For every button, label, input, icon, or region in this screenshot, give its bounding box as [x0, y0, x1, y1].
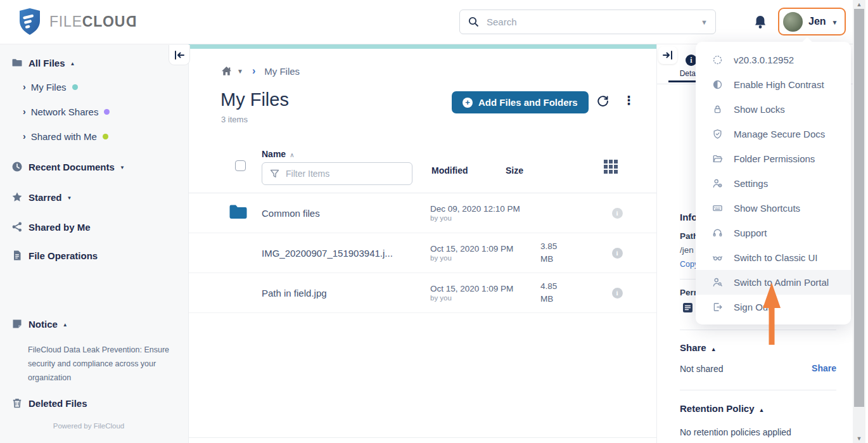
info-icon[interactable]: i	[612, 208, 623, 219]
collapse-sidebar-button[interactable]	[169, 45, 190, 65]
collapse-right-icon	[662, 50, 673, 60]
scrollbar-thumb[interactable]	[854, 9, 864, 407]
folder-open-icon	[712, 153, 724, 165]
status-dot-teal	[72, 84, 78, 90]
info-icon[interactable]: i	[612, 248, 623, 259]
divider	[189, 437, 656, 438]
breadcrumb: ▼ › My Files	[220, 65, 300, 77]
menu-item-switch-to-classic-ui[interactable]: Switch to Classic UI	[696, 245, 851, 270]
retention-heading: Retention Policy▲	[680, 403, 764, 414]
grid-view-icon[interactable]	[604, 160, 618, 174]
table-row[interactable]: Common files Dec 09, 2020 12:10 PM by yo…	[189, 193, 656, 233]
scrollbar-down-arrow-icon[interactable]: ▼	[853, 435, 865, 442]
file-modified: Dec 09, 2020 12:10 PM by you	[430, 204, 540, 222]
items-count: 3 items	[221, 115, 248, 124]
folder-icon	[229, 203, 262, 222]
plus-icon: +	[463, 98, 473, 108]
document-icon	[11, 250, 23, 261]
avatar	[783, 12, 803, 32]
file-modified: Oct 15, 2020 1:09 PM by you	[430, 284, 540, 302]
user-menu-button[interactable]: Jen ▼	[778, 8, 846, 35]
sidebar-item-file-operations[interactable]: File Operations	[0, 248, 188, 262]
filter-input[interactable]	[286, 169, 412, 179]
menu-item-settings[interactable]: Settings	[696, 171, 851, 196]
refresh-icon[interactable]	[596, 94, 610, 110]
sidebar-item-recent-documents[interactable]: Recent Documents ▼	[0, 160, 188, 174]
shield-check-icon	[712, 129, 724, 140]
menu-item-version: v20.3.0.12952	[696, 48, 851, 72]
caret-down-icon: ▼	[67, 195, 72, 201]
retention-status: No retention policies applied	[680, 427, 791, 437]
table-row[interactable]: Path in field.jpg Oct 15, 2020 1:09 PM b…	[189, 273, 656, 313]
notifications-bell-icon[interactable]	[753, 15, 767, 32]
user-name: Jen	[808, 16, 826, 27]
caret-down-icon: ▼	[120, 165, 125, 170]
share-status: Not shared	[680, 364, 723, 374]
table-row[interactable]: IMG_20200907_151903941.j... Oct 15, 2020…	[189, 233, 656, 273]
column-header-name[interactable]: Name∧	[262, 149, 294, 159]
folder-icon	[11, 57, 23, 68]
select-all-checkbox[interactable]	[235, 160, 246, 171]
lock-icon	[712, 104, 724, 115]
search-options-caret-icon[interactable]: ▼	[701, 18, 708, 26]
share-link[interactable]: Share	[812, 363, 836, 373]
file-name[interactable]: Path in field.jpg	[262, 288, 430, 299]
sidebar-item-all-files[interactable]: All Files ▲	[0, 56, 188, 70]
home-icon[interactable]	[220, 65, 233, 77]
sidebar: All Files ▲ › My Files › Network Shares …	[0, 44, 189, 443]
version-badge-icon	[712, 55, 724, 66]
chevron-down-icon: ▼	[832, 19, 838, 26]
clock-icon	[11, 161, 23, 172]
menu-item-folder-permissions[interactable]: Folder Permissions	[696, 146, 851, 171]
file-name[interactable]: Common files	[262, 208, 430, 219]
path-value: /jen	[680, 245, 694, 255]
add-files-button[interactable]: + Add Files and Folders	[452, 91, 589, 113]
status-dot-purple	[104, 109, 110, 115]
permissions-list-icon	[682, 302, 693, 316]
menu-item-support[interactable]: Support	[696, 221, 851, 245]
menu-item-enable-high-contrast[interactable]: Enable High Contrast	[696, 72, 851, 97]
page-scrollbar[interactable]: ▲ ▼	[853, 0, 865, 443]
scrollbar-up-arrow-icon[interactable]: ▲	[853, 1, 865, 8]
more-options-icon[interactable]: ⋮	[623, 93, 635, 108]
trash-icon	[11, 397, 23, 409]
menu-item-manage-secure-docs[interactable]: Manage Secure Docs	[696, 122, 851, 146]
filecloud-logo[interactable]: FILECLOUD	[19, 8, 137, 35]
sidebar-item-notice[interactable]: Notice ▲	[0, 317, 188, 331]
menu-item-show-shortcuts[interactable]: Show Shortcuts	[696, 196, 851, 221]
sidebar-item-my-files[interactable]: › My Files	[0, 80, 188, 94]
status-dot-lime	[103, 134, 108, 139]
sidebar-item-network-shares[interactable]: › Network Shares	[0, 105, 188, 119]
main-content: ▼ › My Files My Files 3 items + Add File…	[189, 44, 656, 443]
powered-by-footer: Powered by FileCloud	[0, 422, 177, 430]
brand-text: FILECLOUD	[49, 13, 137, 30]
sidebar-item-starred[interactable]: Starred ▼	[0, 190, 188, 204]
column-header-modified[interactable]: Modified	[431, 165, 468, 176]
sign-out-icon	[712, 302, 724, 313]
caret-up-icon[interactable]: ▲	[711, 346, 717, 352]
sidebar-item-shared-by-me[interactable]: Shared by Me	[0, 220, 188, 234]
collapse-details-panel-button[interactable]	[658, 46, 677, 64]
menu-item-sign-out[interactable]: Sign Out	[696, 295, 851, 319]
caret-down-icon[interactable]: ▼	[237, 68, 243, 75]
chevron-right-icon: ›	[23, 82, 26, 92]
sidebar-item-shared-with-me[interactable]: › Shared with Me	[0, 129, 188, 143]
filter-funnel-icon	[270, 169, 279, 178]
file-name[interactable]: IMG_20200907_151903941.j...	[262, 248, 430, 259]
file-table-header: Name∧ Modified Size	[189, 146, 656, 193]
column-header-size[interactable]: Size	[506, 165, 523, 176]
accent-strip	[189, 44, 656, 49]
notice-message: FileCloud Data Leak Prevention: Ensure s…	[28, 343, 172, 385]
top-bar: FILECLOUD ▼ Jen ▼	[0, 0, 853, 44]
divider	[680, 390, 836, 390]
sidebar-item-deleted-files[interactable]: Deleted Files	[0, 396, 188, 410]
menu-item-switch-to-admin-portal[interactable]: Switch to Admin Portal	[696, 270, 851, 295]
chevron-right-icon: ›	[252, 65, 255, 77]
caret-up-icon[interactable]: ▲	[759, 407, 765, 413]
breadcrumb-current[interactable]: My Files	[264, 66, 300, 77]
caret-up-icon: ▲	[70, 61, 75, 67]
menu-item-show-locks[interactable]: Show Locks	[696, 97, 851, 122]
search-input[interactable]	[487, 16, 701, 27]
info-icon[interactable]: i	[612, 288, 623, 299]
user-dropdown-menu: v20.3.0.12952 Enable High Contrast Show …	[696, 42, 851, 324]
